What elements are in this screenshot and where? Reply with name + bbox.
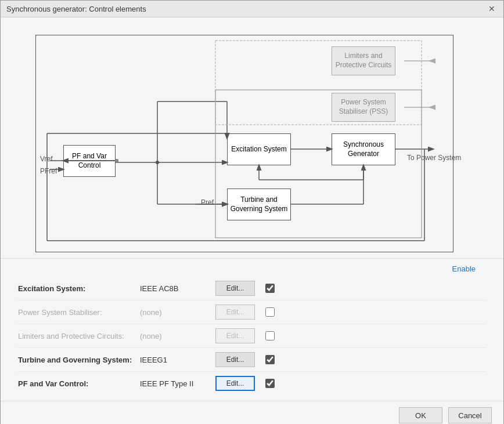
close-button[interactable]: ✕ (486, 4, 498, 13)
pss-enable-checkbox[interactable] (265, 307, 275, 317)
limiters-label-form: Limiters and Protective Circuits: (18, 332, 140, 340)
dialog: Synchronous generator: Control elements … (0, 0, 504, 424)
enable-header: Enable (18, 264, 486, 273)
block-limiters: Limiters and Protective Circuits (332, 46, 395, 75)
limiters-enable-checkbox[interactable] (265, 331, 275, 340)
pf-enable-checkbox[interactable] (265, 379, 275, 388)
diagram-area: Limiters and Protective Circuits Power S… (1, 17, 503, 258)
form-area: Enable Excitation System: IEEE AC8B Edit… (1, 258, 503, 401)
limiters-value: (none) (140, 332, 215, 340)
dialog-title: Synchronous generator: Control elements (6, 5, 146, 13)
vref-label: Vref (40, 155, 53, 163)
excitation-label: Excitation System (231, 145, 286, 154)
pss-value: (none) (140, 308, 215, 317)
excitation-system-label: Excitation System: (18, 284, 140, 293)
title-bar: Synchronous generator: Control elements … (1, 1, 503, 17)
dialog-footer: OK Cancel (1, 401, 503, 424)
excitation-edit-button[interactable]: Edit... (215, 281, 255, 296)
pfref-label: PFref (40, 167, 57, 175)
excitation-enable-checkbox[interactable] (265, 284, 275, 293)
excitation-system-value: IEEE AC8B (140, 284, 215, 293)
form-row-turbine: Turbine and Governing System: IEEEG1 Edi… (18, 348, 486, 372)
block-pf-control: PF and Var Control (63, 145, 116, 177)
block-synchronous-gen: Synchronous Generator (332, 133, 395, 165)
form-row-excitation: Excitation System: IEEE AC8B Edit... (18, 277, 486, 300)
pss-label: Power System Stabiliser (PSS) (332, 98, 395, 116)
form-row-limiters: Limiters and Protective Circuits: (none)… (18, 324, 486, 348)
pf-edit-button[interactable]: Edit... (215, 376, 255, 391)
pf-value: IEEE PF Type II (140, 379, 215, 388)
cancel-button[interactable]: Cancel (448, 407, 492, 423)
turbine-enable-checkbox[interactable] (265, 355, 275, 364)
turbine-value: IEEEG1 (140, 356, 215, 364)
limiters-edit-button[interactable]: Edit... (215, 328, 255, 343)
turbine-label: Turbine and Governing System (228, 195, 290, 213)
limiters-label: Limiters and Protective Circuits (332, 52, 395, 70)
to-power-system-label: To Power System (407, 154, 461, 162)
turbine-label-form: Turbine and Governing System: (18, 356, 140, 364)
pref-label: Pref (201, 198, 214, 206)
block-pss: Power System Stabiliser (PSS) (332, 93, 395, 122)
block-excitation: Excitation System (227, 133, 291, 165)
pss-label-form: Power System Stabiliser: (18, 308, 140, 317)
form-row-pf: PF and Var Control: IEEE PF Type II Edit… (18, 372, 486, 395)
pss-edit-button[interactable]: Edit... (215, 305, 255, 320)
form-row-pss: Power System Stabiliser: (none) Edit... (18, 300, 486, 324)
ok-button[interactable]: OK (399, 407, 442, 423)
synchronous-gen-label: Synchronous Generator (332, 140, 395, 158)
turbine-edit-button[interactable]: Edit... (215, 352, 255, 367)
pf-label-form: PF and Var Control: (18, 379, 140, 388)
block-turbine: Turbine and Governing System (227, 189, 291, 220)
pf-control-label: PF and Var Control (64, 152, 115, 170)
